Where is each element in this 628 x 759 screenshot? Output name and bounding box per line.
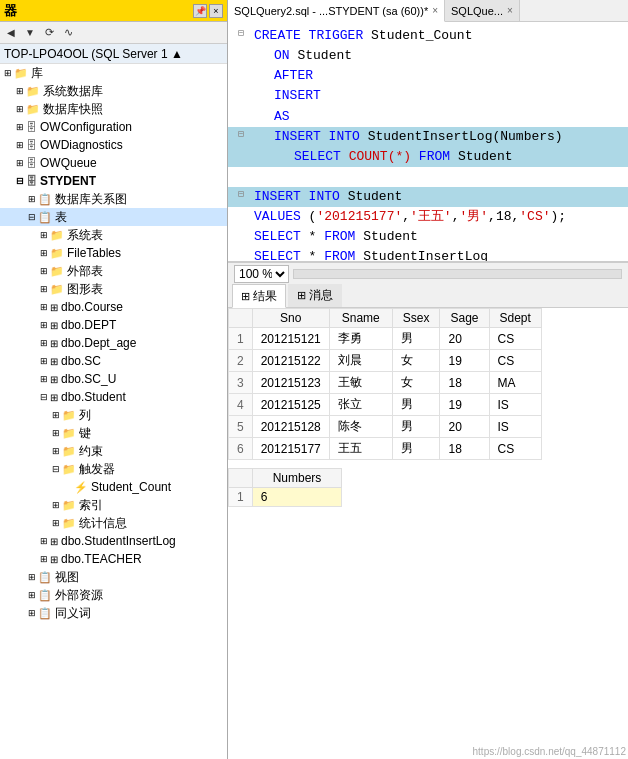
col-header-rownum2 — [229, 469, 253, 488]
sidebar-item-filetables[interactable]: ⊞ 📁 FileTables — [0, 244, 227, 262]
code-line-5: AS — [228, 107, 628, 127]
toolbar-filter-icon[interactable]: ▼ — [22, 25, 38, 41]
sidebar-item-stydent[interactable]: ⊟ 🗄 STYDENT — [0, 172, 227, 190]
owconfig-label: OWConfiguration — [40, 120, 132, 134]
watermark: https://blog.csdn.net/qq_44871112 — [473, 746, 626, 757]
col-header-sname: Sname — [329, 309, 392, 328]
sidebar-item-index[interactable]: ⊞ 📁 索引 — [0, 496, 227, 514]
tab-sqlque2[interactable]: SQLQue... × — [445, 0, 520, 21]
sidebar-item-synonym[interactable]: ⊞ 📋 同义词 — [0, 604, 227, 622]
filetables-label: FileTables — [67, 246, 121, 260]
col-header-ssex: Ssex — [392, 309, 440, 328]
sidebar-item-student-count[interactable]: ⚡ Student_Count — [0, 478, 227, 496]
toolbar-arrow-icon[interactable]: ◀ — [3, 25, 19, 41]
sidebar-item-dbo-student[interactable]: ⊟ ⊞ dbo.Student — [0, 388, 227, 406]
stats-label: 统计信息 — [79, 515, 127, 532]
code-line-12: SELECT * FROM StudentInsertLog — [228, 247, 628, 262]
relations-label: 数据库关系图 — [55, 191, 127, 208]
code-line-10: VALUES ('201215177','王五','男',18,'CS'); — [228, 207, 628, 227]
tab-sqlquery2-close[interactable]: × — [432, 5, 438, 16]
dbo-course-label: dbo.Course — [61, 300, 123, 314]
col-header-sno: Sno — [252, 309, 329, 328]
server-label[interactable]: TOP-LPO4OOL (SQL Server 1 ▲ — [0, 44, 227, 64]
left-close-btn[interactable]: × — [209, 4, 223, 18]
sidebar-tree: ⊞ 📁 库 ⊞ 📁 系统数据库 ⊞ 📁 数据库快照 ⊞ 🗄 OWConfigur… — [0, 64, 227, 759]
toolbar-wave-icon[interactable]: ∿ — [60, 25, 76, 41]
code-line-3: AFTER — [228, 66, 628, 86]
sidebar-item-relations[interactable]: ⊞ 📋 数据库关系图 — [0, 190, 227, 208]
dbo-student-label: dbo.Student — [61, 390, 126, 404]
result-tab-messages-label: 消息 — [309, 287, 333, 304]
sidebar-item-system-db[interactable]: ⊞ 📁 系统数据库 — [0, 82, 227, 100]
sidebar-item-owconfig[interactable]: ⊞ 🗄 OWConfiguration — [0, 118, 227, 136]
key-label: 键 — [79, 425, 91, 442]
trigger-label: 触发器 — [79, 461, 115, 478]
messages-icon: ⊞ — [297, 289, 306, 302]
code-line-6: ⊟ INSERT INTO StudentInsertLog(Numbers) — [228, 127, 628, 147]
owqueue-label: OWQueue — [40, 156, 97, 170]
code-line-8 — [228, 167, 628, 187]
tab-sqlquery2[interactable]: SQLQuery2.sql - ...STYDENT (sa (60))* × — [228, 0, 445, 22]
sidebar-item-dbo-course[interactable]: ⊞ ⊞ dbo.Course — [0, 298, 227, 316]
code-line-4: INSERT — [228, 86, 628, 106]
stydent-label: STYDENT — [40, 174, 96, 188]
dbo-sc-label: dbo.SC — [61, 354, 101, 368]
results-icon: ⊞ — [241, 290, 250, 303]
snapshot-label: 数据库快照 — [43, 101, 103, 118]
result-tab-bar: ⊞ 结果 ⊞ 消息 — [228, 284, 628, 308]
sidebar-item-external[interactable]: ⊞ 📋 外部资源 — [0, 586, 227, 604]
sidebar-item-system-tables[interactable]: ⊞ 📁 系统表 — [0, 226, 227, 244]
code-line-9: ⊟ INSERT INTO Student — [228, 187, 628, 207]
col-header-sage: Sage — [440, 309, 489, 328]
pin-btn[interactable]: 📌 — [193, 4, 207, 18]
sidebar-item-views[interactable]: ⊞ 📋 视图 — [0, 568, 227, 586]
zoom-select[interactable]: 100 %75 %125 %150 % — [234, 265, 289, 283]
sidebar-item-external-tables[interactable]: ⊞ 📁 外部表 — [0, 262, 227, 280]
code-line-2: ON Student — [228, 46, 628, 66]
horizontal-scrollbar[interactable] — [293, 269, 622, 279]
sidebar-item-dbo-sc-u[interactable]: ⊞ ⊞ dbo.SC_U — [0, 370, 227, 388]
tab-sqlque2-close[interactable]: × — [507, 5, 513, 16]
sidebar-item-owqueue[interactable]: ⊞ 🗄 OWQueue — [0, 154, 227, 172]
zoom-bar: 100 %75 %125 %150 % — [228, 262, 628, 284]
external-label: 外部资源 — [55, 587, 103, 604]
system-db-label: 系统数据库 — [43, 83, 103, 100]
tab-bar: SQLQuery2.sql - ...STYDENT (sa (60))* × … — [228, 0, 628, 22]
code-line-1: ⊟ CREATE TRIGGER Student_Count — [228, 26, 628, 46]
result-tab-results-label: 结果 — [253, 288, 277, 305]
sidebar-item-constraint[interactable]: ⊞ 📁 约束 — [0, 442, 227, 460]
sidebar-item-stats[interactable]: ⊞ 📁 统计信息 — [0, 514, 227, 532]
sidebar-item-table[interactable]: ⊟ 📋 表 — [0, 208, 227, 226]
sidebar-item-dbo-deptage[interactable]: ⊞ ⊞ dbo.Dept_age — [0, 334, 227, 352]
owdiag-label: OWDiagnostics — [40, 138, 123, 152]
student-table: Sno Sname Ssex Sage Sdept 1201215121李勇男2… — [228, 308, 542, 460]
left-title-text: 器 — [4, 2, 17, 20]
sidebar-item-owdiag[interactable]: ⊞ 🗄 OWDiagnostics — [0, 136, 227, 154]
sidebar-item-snapshot[interactable]: ⊞ 📁 数据库快照 — [0, 100, 227, 118]
tab-sqlque2-label: SQLQue... — [451, 5, 503, 17]
result-tab-results[interactable]: ⊞ 结果 — [232, 284, 286, 308]
constraint-label: 约束 — [79, 443, 103, 460]
tab-sqlquery2-label: SQLQuery2.sql - ...STYDENT (sa (60))* — [234, 5, 428, 17]
sidebar-item-databases[interactable]: ⊞ 📁 库 — [0, 64, 227, 82]
toolbar-refresh-icon[interactable]: ⟳ — [41, 25, 57, 41]
result-tab-messages[interactable]: ⊞ 消息 — [288, 284, 342, 307]
sidebar-item-student-insert-log[interactable]: ⊞ ⊞ dbo.StudentInsertLog — [0, 532, 227, 550]
data-table-wrapper[interactable]: Sno Sname Ssex Sage Sdept 1201215121李勇男2… — [228, 308, 628, 759]
sidebar-item-graph-tables[interactable]: ⊞ 📁 图形表 — [0, 280, 227, 298]
student-count-label: Student_Count — [91, 480, 171, 494]
views-label: 视图 — [55, 569, 79, 586]
external-tables-label: 外部表 — [67, 263, 103, 280]
index-label: 索引 — [79, 497, 103, 514]
sidebar-item-dbo-teacher[interactable]: ⊞ ⊞ dbo.TEACHER — [0, 550, 227, 568]
sidebar-item-dbo-dept[interactable]: ⊞ ⊞ dbo.DEPT — [0, 316, 227, 334]
synonym-label: 同义词 — [55, 605, 91, 622]
table-label: 表 — [55, 209, 67, 226]
sidebar-item-trigger[interactable]: ⊟ 📁 触发器 — [0, 460, 227, 478]
sidebar-item-dbo-sc[interactable]: ⊞ ⊞ dbo.SC — [0, 352, 227, 370]
code-editor[interactable]: ⊟ CREATE TRIGGER Student_Count ON Studen… — [228, 22, 628, 262]
databases-label: 库 — [31, 65, 43, 82]
dbo-teacher-label: dbo.TEACHER — [61, 552, 142, 566]
sidebar-item-col[interactable]: ⊞ 📁 列 — [0, 406, 227, 424]
sidebar-item-key[interactable]: ⊞ 📁 键 — [0, 424, 227, 442]
